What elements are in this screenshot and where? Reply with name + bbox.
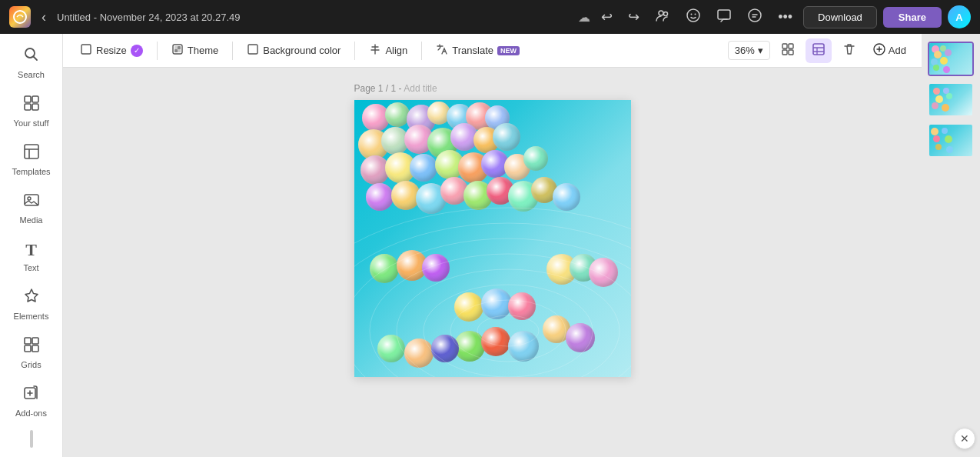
- back-button[interactable]: ‹: [37, 6, 51, 28]
- search-icon: [23, 46, 40, 67]
- svg-point-0: [14, 11, 26, 23]
- svg-rect-10: [32, 96, 38, 102]
- ball: [422, 254, 450, 282]
- toolbar: Resize ✓ Theme Background color: [63, 34, 922, 68]
- ball: [454, 331, 485, 362]
- emoji-button[interactable]: [681, 5, 706, 30]
- page-label: Page 1 / 1 - Add title: [354, 83, 437, 94]
- translate-button[interactable]: Translate NEW: [428, 39, 527, 62]
- resize-icon: [80, 43, 92, 58]
- cloud-sync-icon: ☁: [578, 10, 590, 25]
- sidebar-item-media[interactable]: Media: [3, 185, 60, 231]
- close-panel-button[interactable]: ✕: [954, 428, 975, 449]
- sidebar-item-your-stuff-label: Your stuff: [14, 118, 49, 128]
- svg-rect-16: [25, 338, 31, 344]
- app-logo: [9, 6, 31, 28]
- avatar[interactable]: A: [948, 5, 971, 28]
- svg-rect-21: [81, 45, 91, 54]
- page-title-placeholder[interactable]: Add title: [404, 83, 437, 94]
- collaborators-button[interactable]: [650, 5, 675, 30]
- close-icon: ✕: [960, 432, 969, 445]
- grid-view-button[interactable]: [806, 38, 832, 63]
- zoom-chevron-icon: ▾: [758, 45, 763, 56]
- more-button[interactable]: •••: [773, 6, 797, 28]
- redo-button[interactable]: ↪: [623, 5, 644, 28]
- ball: [370, 254, 399, 283]
- align-icon: [369, 43, 381, 58]
- sidebar-item-search-label: Search: [18, 70, 45, 79]
- main-area: Search Your stuff Templates Media T Text: [0, 34, 980, 457]
- canvas-image: [354, 100, 631, 377]
- svg-rect-29: [789, 44, 793, 48]
- svg-point-5: [695, 13, 696, 15]
- delete-button[interactable]: [836, 38, 862, 63]
- ball: [481, 327, 510, 356]
- sidebar-item-grids-label: Grids: [21, 360, 41, 369]
- ball: [589, 258, 618, 287]
- sidebar-item-templates[interactable]: Templates: [3, 137, 60, 182]
- ball: [377, 335, 405, 362]
- document-title: Untitled - November 24, 2023 at 20.27.49: [57, 12, 569, 23]
- theme-icon: [171, 43, 184, 58]
- thumbnail-3[interactable]: [928, 123, 974, 158]
- add-label: Add: [889, 45, 906, 56]
- download-button[interactable]: Download: [803, 6, 877, 28]
- sidebar-item-text-label: Text: [23, 263, 38, 272]
- grids-icon: [23, 336, 40, 357]
- ball: [566, 323, 595, 352]
- thumbnail-2[interactable]: [928, 82, 974, 117]
- toolbar-divider-4: [421, 42, 422, 60]
- ball: [366, 183, 394, 211]
- background-color-button[interactable]: Background color: [239, 39, 348, 62]
- align-button[interactable]: Align: [361, 39, 415, 62]
- svg-rect-11: [25, 104, 31, 110]
- ball: [454, 292, 483, 322]
- right-panel: ✕: [922, 34, 980, 457]
- sidebar-item-add-ons[interactable]: Add-ons: [3, 379, 60, 424]
- sidebar-item-search[interactable]: Search: [3, 40, 60, 85]
- canvas-page[interactable]: [354, 100, 631, 377]
- svg-rect-25: [174, 49, 178, 52]
- sidebar: Search Your stuff Templates Media T Text: [0, 34, 63, 457]
- svg-point-15: [28, 197, 31, 200]
- sidebar-item-add-ons-label: Add-ons: [15, 409, 47, 418]
- media-icon: [23, 192, 40, 212]
- svg-rect-22: [173, 45, 182, 54]
- background-color-label: Background color: [263, 45, 341, 56]
- add-button[interactable]: Add: [867, 39, 912, 62]
- add-ons-icon: [23, 385, 40, 405]
- thumbnail-1[interactable]: [928, 42, 974, 76]
- ball: [404, 339, 434, 368]
- svg-rect-27: [248, 45, 257, 54]
- comment-button[interactable]: [712, 5, 736, 30]
- thumbnail-1-preview: [929, 43, 972, 75]
- theme-button[interactable]: Theme: [164, 39, 226, 62]
- svg-rect-12: [32, 104, 38, 110]
- ball: [385, 102, 410, 127]
- canvas-wrapper: Page 1 / 1 - Add title: [354, 83, 631, 377]
- zoom-control[interactable]: 36% ▾: [728, 41, 770, 60]
- svg-point-2: [664, 12, 668, 15]
- translate-icon: [436, 43, 448, 58]
- zoom-level: 36%: [735, 45, 755, 56]
- resize-label: Resize: [96, 45, 127, 56]
- sidebar-item-elements[interactable]: Elements: [3, 282, 60, 327]
- svg-rect-17: [32, 338, 38, 344]
- svg-rect-6: [718, 10, 730, 19]
- theme-label: Theme: [188, 45, 218, 56]
- align-label: Align: [385, 45, 407, 56]
- undo-button[interactable]: ↩: [596, 5, 617, 28]
- sidebar-item-grids[interactable]: Grids: [3, 330, 60, 375]
- sidebar-item-your-stuff[interactable]: Your stuff: [3, 88, 60, 134]
- chat-button[interactable]: [742, 5, 767, 30]
- fit-page-button[interactable]: [775, 38, 801, 63]
- elements-icon: [23, 288, 40, 309]
- ball: [523, 146, 548, 171]
- topbar: ‹ Untitled - November 24, 2023 at 20.27.…: [0, 0, 980, 34]
- svg-rect-18: [25, 345, 31, 352]
- share-button[interactable]: Share: [883, 7, 942, 28]
- thumbnail-3-preview: [929, 125, 972, 156]
- toolbar-divider-1: [157, 42, 158, 60]
- resize-button[interactable]: Resize ✓: [72, 39, 151, 62]
- sidebar-item-text[interactable]: T Text: [3, 234, 60, 279]
